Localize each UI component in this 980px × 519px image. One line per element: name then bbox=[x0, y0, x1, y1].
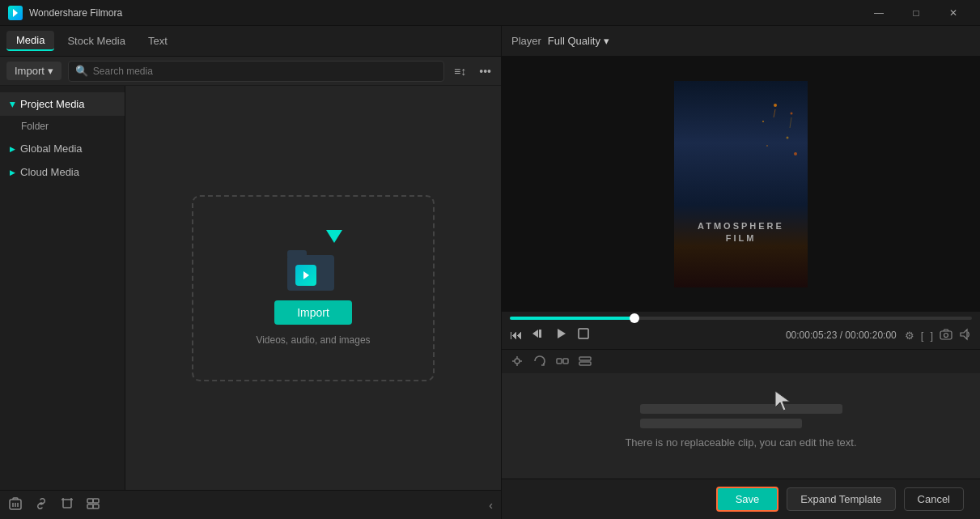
link-button[interactable] bbox=[34, 496, 49, 514]
search-input[interactable] bbox=[93, 66, 437, 77]
title-bar: Wondershare Filmora — □ ✕ bbox=[0, 0, 980, 26]
template-content: There is no replaceable clip, you can ed… bbox=[502, 376, 980, 479]
snapshot-button[interactable] bbox=[940, 328, 952, 343]
controls-left: ⏮ bbox=[510, 326, 591, 344]
multicam-timeline-button[interactable] bbox=[578, 354, 592, 371]
cloud-expand-arrow-icon: ▶ bbox=[10, 168, 15, 177]
volume-button[interactable] bbox=[959, 328, 972, 343]
crop-view-button[interactable] bbox=[576, 326, 591, 344]
crop-button[interactable] bbox=[60, 496, 74, 514]
new-bin-button[interactable] bbox=[8, 496, 23, 514]
title-bar-left: Wondershare Filmora bbox=[8, 6, 122, 20]
rewind-button[interactable]: ⏮ bbox=[510, 328, 523, 342]
bracket-open-button[interactable]: [ bbox=[921, 330, 924, 342]
search-icon: 🔍 bbox=[75, 65, 88, 77]
template-bars bbox=[640, 404, 842, 428]
more-button[interactable]: ••• bbox=[476, 63, 494, 79]
frame-back-button[interactable] bbox=[531, 326, 545, 344]
drop-zone[interactable]: Import Videos, audio, and images bbox=[192, 195, 435, 381]
tabs-row: Media Stock Media Text bbox=[0, 26, 501, 57]
tab-text[interactable]: Text bbox=[138, 32, 177, 50]
settings-button[interactable]: ⚙ bbox=[905, 330, 914, 342]
spark-effect bbox=[751, 97, 800, 162]
main-layout: Media Stock Media Text Import ▾ 🔍 ≡↕ •••… bbox=[0, 26, 980, 519]
right-panel: Player Full Quality ▾ bbox=[502, 26, 980, 519]
expand-template-button[interactable]: Expand Template bbox=[787, 487, 895, 511]
progress-bar[interactable] bbox=[510, 317, 972, 320]
quality-label: Full Quality bbox=[548, 35, 600, 47]
svg-line-22 bbox=[774, 109, 775, 117]
filmora-logo-overlay bbox=[295, 265, 316, 286]
action-bar: Save Expand Template Cancel bbox=[502, 479, 980, 519]
arrow-down-icon bbox=[326, 230, 342, 251]
svg-rect-14 bbox=[87, 504, 93, 508]
filter-button[interactable]: ≡↕ bbox=[451, 63, 469, 79]
svg-marker-1 bbox=[303, 271, 309, 279]
collapse-panel-button[interactable]: ‹ bbox=[489, 499, 493, 512]
svg-rect-25 bbox=[539, 330, 541, 338]
svg-point-17 bbox=[791, 113, 793, 115]
svg-marker-2 bbox=[326, 230, 342, 243]
tab-media[interactable]: Media bbox=[6, 31, 54, 51]
sidebar-item-folder[interactable]: Folder bbox=[0, 116, 125, 137]
play-button[interactable] bbox=[554, 326, 568, 344]
player-controls-bar: ⏮ bbox=[502, 312, 980, 349]
preview-text-film: FILM bbox=[674, 233, 808, 243]
svg-point-31 bbox=[515, 359, 520, 364]
svg-rect-15 bbox=[93, 504, 99, 508]
time-display: 00:00:05:23 / 00:00:20:00 bbox=[786, 330, 897, 341]
player-label: Player bbox=[511, 35, 541, 47]
svg-rect-33 bbox=[563, 359, 568, 364]
loop-icon-button[interactable] bbox=[532, 354, 547, 371]
player-header: Player Full Quality ▾ bbox=[502, 26, 980, 57]
svg-rect-7 bbox=[63, 500, 71, 508]
global-media-label: Global Media bbox=[20, 143, 83, 155]
template-bar-2 bbox=[640, 419, 802, 428]
sidebar-item-cloud-media[interactable]: ▶ Cloud Media bbox=[0, 160, 125, 184]
panel-body: ▶ Project Media Folder ▶ Global Media ▶ … bbox=[0, 86, 501, 490]
svg-point-18 bbox=[762, 121, 764, 122]
close-button[interactable]: ✕ bbox=[935, 0, 972, 26]
folder-label: Folder bbox=[21, 121, 49, 132]
progress-thumb[interactable] bbox=[630, 313, 639, 323]
quality-select[interactable]: Full Quality ▾ bbox=[548, 35, 609, 47]
import-big-button[interactable]: Import bbox=[274, 300, 352, 325]
cloud-media-label: Cloud Media bbox=[20, 166, 79, 178]
timeline-toolbar bbox=[502, 350, 980, 376]
import-button[interactable]: Import ▾ bbox=[6, 62, 62, 80]
project-media-label: Project Media bbox=[20, 98, 84, 110]
svg-marker-24 bbox=[532, 330, 538, 338]
total-time: 00:00:20:00 bbox=[845, 330, 896, 341]
audio-icon-button[interactable] bbox=[510, 354, 524, 371]
svg-point-21 bbox=[794, 152, 797, 155]
svg-marker-0 bbox=[13, 9, 18, 17]
minimize-button[interactable]: — bbox=[860, 0, 897, 26]
template-bar-1 bbox=[640, 404, 842, 414]
cancel-button[interactable]: Cancel bbox=[904, 487, 964, 511]
app-title: Wondershare Filmora bbox=[29, 7, 122, 19]
split-icon-button[interactable] bbox=[555, 354, 570, 371]
svg-point-19 bbox=[787, 137, 789, 139]
quality-arrow-icon: ▾ bbox=[604, 35, 609, 47]
bracket-close-button[interactable]: ] bbox=[930, 330, 933, 342]
svg-line-23 bbox=[790, 117, 791, 128]
maximize-button[interactable]: □ bbox=[897, 0, 935, 26]
svg-rect-32 bbox=[557, 359, 562, 364]
preview-text-atmosphere: ATMOSPHERE bbox=[674, 221, 808, 231]
svg-rect-34 bbox=[579, 357, 591, 360]
svg-marker-36 bbox=[775, 391, 790, 411]
svg-rect-12 bbox=[87, 499, 93, 503]
svg-point-20 bbox=[766, 145, 768, 147]
filmora-app-icon bbox=[8, 6, 23, 20]
video-preview: ATMOSPHERE FILM bbox=[502, 57, 980, 312]
multicam-button[interactable] bbox=[86, 496, 100, 514]
sidebar: ▶ Project Media Folder ▶ Global Media ▶ … bbox=[0, 86, 125, 490]
sidebar-item-project-media[interactable]: ▶ Project Media bbox=[0, 92, 125, 116]
controls-right: ⚙ [ ] bbox=[905, 328, 972, 343]
template-overlay: There is no replaceable clip, you can ed… bbox=[502, 373, 980, 479]
save-button[interactable]: Save bbox=[716, 487, 779, 512]
tab-stock-media[interactable]: Stock Media bbox=[57, 32, 135, 50]
sidebar-item-global-media[interactable]: ▶ Global Media bbox=[0, 137, 125, 160]
timeline-area: There is no replaceable clip, you can ed… bbox=[502, 349, 980, 479]
drop-zone-icon bbox=[281, 230, 346, 291]
